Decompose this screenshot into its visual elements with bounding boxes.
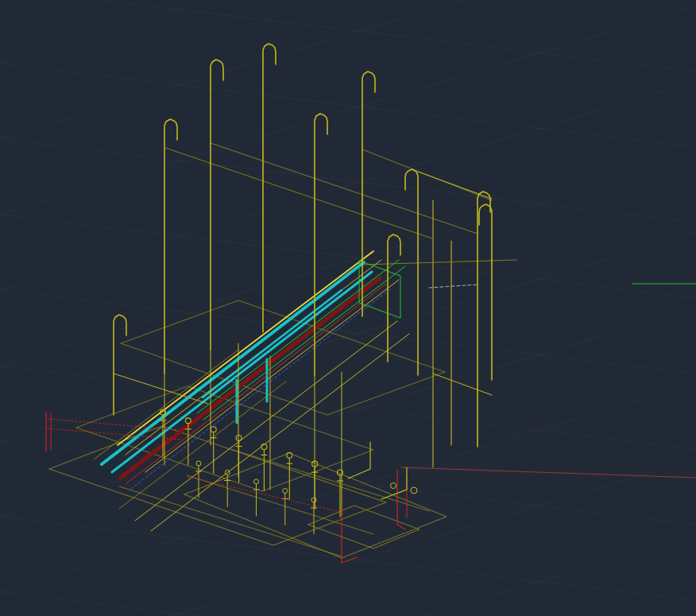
pipe-green[interactable] (203, 266, 405, 420)
grid-line (0, 0, 696, 64)
lower-cross-pipe[interactable] (230, 449, 429, 511)
dashed-line-white[interactable] (429, 285, 478, 288)
frame-connector-pipe[interactable] (418, 172, 492, 199)
valve-row-wheel[interactable] (283, 489, 288, 494)
grid-line (0, 517, 696, 600)
grid-line (0, 6, 696, 215)
vent-riser[interactable] (479, 204, 492, 380)
valve-row-wheel[interactable] (211, 427, 216, 432)
construction-line-red[interactable] (401, 467, 696, 478)
red-drop-line[interactable] (397, 471, 405, 529)
rack-pipe[interactable] (145, 280, 399, 472)
lower-rack-pipe[interactable] (119, 382, 286, 509)
cad-model-viewport[interactable] (0, 0, 696, 616)
grid-line (0, 64, 696, 147)
grid-line (0, 459, 696, 616)
floor-outline[interactable] (49, 426, 386, 545)
grid-line (0, 0, 696, 139)
vent-riser[interactable] (263, 44, 276, 332)
lower-cross-pipe[interactable] (119, 486, 342, 556)
lower-rack-pipe[interactable] (151, 334, 409, 531)
grid-line (0, 441, 696, 525)
vent-riser[interactable] (388, 234, 400, 362)
grid-line (0, 81, 696, 290)
valve-row-wheel[interactable] (185, 418, 191, 424)
grid-line (0, 232, 696, 441)
grid-line (0, 610, 696, 616)
valve-wheel[interactable] (391, 483, 396, 489)
valve-row-wheel[interactable] (254, 479, 259, 484)
vent-riser[interactable] (211, 60, 223, 350)
vent-riser[interactable] (164, 119, 177, 374)
ceiling-pipe-run[interactable] (211, 143, 478, 234)
pipe-green[interactable] (197, 260, 399, 413)
cad-drawing-canvas[interactable] (0, 0, 696, 616)
grid-line (0, 0, 696, 72)
lower-rack-pipe[interactable] (135, 321, 397, 521)
duct-cyan-main[interactable] (102, 262, 364, 464)
grid-line (0, 308, 696, 517)
vent-riser[interactable] (405, 169, 418, 375)
grid-line (0, 592, 696, 616)
grid-line (0, 534, 696, 616)
valve-row-wheel[interactable] (236, 436, 242, 441)
floor-outline[interactable] (308, 506, 420, 548)
grid-line (0, 157, 696, 366)
pipe-dark-red[interactable] (121, 278, 380, 478)
vent-riser[interactable] (478, 192, 490, 447)
